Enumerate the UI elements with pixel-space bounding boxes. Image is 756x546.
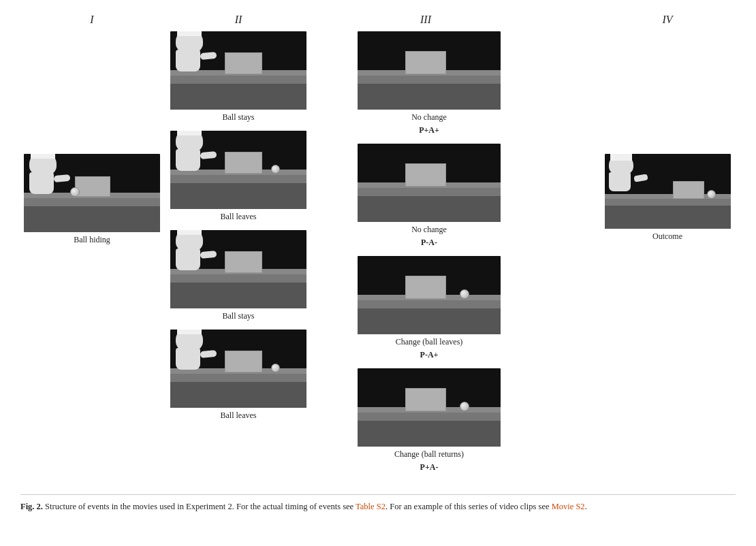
outcomes-row1: No change P+A+ bbox=[358, 31, 501, 135]
ball-hiding-label: Ball hiding bbox=[74, 235, 110, 245]
fig-caption-prefix: Fig. 2. Structure of events in the movie… bbox=[20, 502, 587, 511]
stimuli-img4 bbox=[170, 330, 306, 408]
movie-s2-link[interactable]: Movie S2 bbox=[552, 502, 585, 511]
col-stimuli: Ball stays bbox=[163, 31, 313, 429]
stimuli-row4: Ball leaves bbox=[170, 330, 306, 421]
header-col2: II bbox=[163, 14, 313, 26]
outcomes-img2 bbox=[358, 144, 501, 222]
table-s2-link[interactable]: Table S2 bbox=[356, 502, 385, 511]
page-container: I II III IV bbox=[20, 14, 736, 513]
outcome-image bbox=[605, 154, 731, 229]
outcomes-img1 bbox=[358, 31, 501, 110]
stimuli-img3 bbox=[170, 230, 306, 308]
stimuli-row2: Ball leaves bbox=[170, 131, 306, 222]
stimuli-label1: Ball stays bbox=[223, 112, 255, 123]
outcomes-badge1: P+A+ bbox=[419, 125, 439, 135]
outcome-scene: Outcome bbox=[605, 154, 731, 242]
outcomes-img4 bbox=[358, 368, 501, 447]
ball-hiding-scene: Ball hiding bbox=[24, 154, 160, 245]
header-col3: III bbox=[341, 14, 511, 26]
outcomes-row3: Change (ball leaves) P-A+ bbox=[358, 256, 501, 360]
stimuli-row3: Ball stays bbox=[170, 230, 306, 321]
col-hiding: Ball hiding bbox=[20, 31, 163, 253]
outcomes-label2: No change bbox=[411, 225, 447, 235]
outcomes-badge3: P-A+ bbox=[420, 350, 439, 360]
stimuli-row1: Ball stays bbox=[170, 31, 306, 123]
stimuli-img2 bbox=[170, 131, 306, 209]
stimuli-label4: Ball leaves bbox=[221, 411, 257, 421]
outcomes-label1: No change bbox=[411, 112, 447, 123]
stimuli-img1 bbox=[170, 31, 306, 110]
outcomes-label3: Change (ball leaves) bbox=[396, 337, 463, 347]
column-headers: I II III IV bbox=[20, 14, 736, 26]
ball-hiding-image bbox=[24, 154, 160, 232]
header-col4: IV bbox=[599, 14, 736, 26]
col-result: Outcome bbox=[599, 31, 736, 250]
col-outcomes: No change P+A+ No change P-A- bbox=[334, 31, 524, 481]
outcome-label: Outcome bbox=[652, 231, 682, 242]
header-col1: I bbox=[20, 14, 163, 26]
outcomes-badge4: P+A- bbox=[420, 462, 439, 472]
main-grid: Ball hiding bbox=[20, 31, 736, 481]
stimuli-label2: Ball leaves bbox=[221, 212, 257, 222]
outcomes-row4: Change (ball returns) P+A- bbox=[358, 368, 501, 472]
outcomes-row2: No change P-A- bbox=[358, 144, 501, 248]
outcomes-badge2: P-A- bbox=[421, 238, 437, 248]
outcomes-img3 bbox=[358, 256, 501, 334]
figure-caption: Fig. 2. Structure of events in the movie… bbox=[20, 494, 736, 513]
outcomes-label4: Change (ball returns) bbox=[394, 449, 464, 460]
stimuli-label3: Ball stays bbox=[223, 311, 255, 321]
